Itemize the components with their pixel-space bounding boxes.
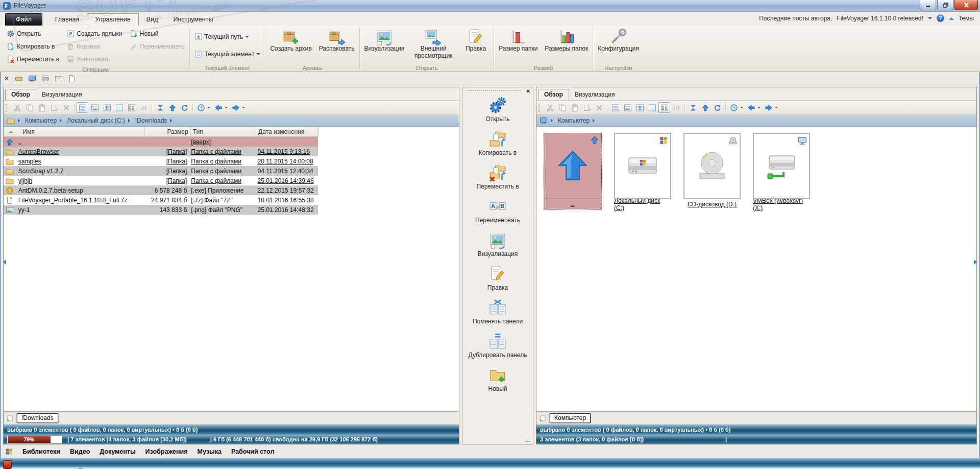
taskbar-app-icon[interactable] bbox=[3, 460, 12, 469]
column-header[interactable] bbox=[4, 127, 20, 136]
toolbar-grip[interactable] bbox=[467, 90, 521, 91]
ribbon-tab-file[interactable]: Файл bbox=[5, 13, 42, 26]
chevron-down-icon[interactable] bbox=[225, 107, 228, 110]
panel-tab[interactable]: Визуализация bbox=[36, 89, 88, 100]
breadcrumb-item[interactable]: Компьютер bbox=[25, 117, 57, 124]
middle-action-button[interactable]: Копировать в bbox=[464, 130, 531, 156]
file-date: 25.01.2016 14:39:46 bbox=[255, 177, 318, 184]
panel-tab[interactable]: Обзор bbox=[538, 89, 569, 100]
ribbon-big-button[interactable]: Правка bbox=[460, 27, 492, 60]
middle-action-button[interactable]: ABПереименовать bbox=[464, 198, 531, 224]
toolbar-grip[interactable] bbox=[6, 104, 9, 112]
latest-post-link[interactable]: FileVoyager 16.1.10.0 released! bbox=[837, 15, 923, 22]
table-row[interactable]: samples[Папка]Папка с файлами20.11.2015 … bbox=[4, 156, 318, 166]
drive-tile[interactable]: Локальный диск (C:) bbox=[614, 133, 671, 209]
ribbon-button[interactable]: Открыть bbox=[4, 27, 62, 40]
chevron-down-icon[interactable] bbox=[775, 107, 778, 110]
panel-tab[interactable]: Обзор bbox=[5, 89, 36, 100]
forward-icon bbox=[765, 104, 773, 112]
breadcrumb-item[interactable]: Локальный диск (C:) bbox=[67, 117, 125, 124]
ribbon-button[interactable]: Переместить в bbox=[4, 53, 62, 65]
ribbon-tab-manage[interactable]: Управление bbox=[87, 13, 139, 26]
ribbon-tab-home[interactable]: Главная bbox=[47, 14, 87, 26]
newtab-icon[interactable] bbox=[6, 414, 14, 423]
collapse-right-splitter-icon[interactable] bbox=[974, 260, 979, 265]
column-header-size[interactable]: Размер bbox=[145, 127, 190, 136]
table-row[interactable]: yy-1143 833 б[.png] Файл "PNG"25.01.2016… bbox=[4, 205, 318, 215]
middle-action-button[interactable]: Новый bbox=[464, 366, 531, 392]
view-list-icon bbox=[648, 104, 656, 112]
table-row[interactable]: AntDM.0.2.7.beta-setup6 578 248 б[.exe] … bbox=[4, 185, 318, 195]
table-row[interactable]: FileVoyager_Portable_16.1.10.0_Full.7z24… bbox=[4, 195, 318, 205]
middle-action-button[interactable]: Дублировать панель bbox=[464, 333, 531, 359]
breadcrumb-item[interactable]: !Downloads bbox=[135, 117, 167, 124]
ribbon-big-button[interactable]: Распаковать bbox=[316, 27, 357, 53]
minimize-button[interactable] bbox=[920, 0, 936, 10]
collapse-ribbon-icon[interactable] bbox=[949, 15, 954, 20]
ribbon-button[interactable]: Корзина bbox=[64, 40, 125, 53]
drive-tile[interactable]: .. bbox=[544, 133, 602, 209]
ribbon-button[interactable]: Переименовать bbox=[127, 40, 187, 53]
middle-action-button[interactable]: Визуализация bbox=[464, 231, 531, 257]
middle-action-button[interactable]: Поменять панели bbox=[464, 299, 531, 325]
favorites-link[interactable]: Библиотеки bbox=[22, 448, 60, 455]
column-header-name[interactable]: Имя bbox=[20, 127, 145, 136]
column-header-type[interactable]: Тип bbox=[191, 127, 256, 136]
ribbon-dropdown-button[interactable]: Текущий путь bbox=[192, 30, 263, 43]
toolbar-grip[interactable] bbox=[538, 104, 542, 112]
middle-action-button[interactable]: Правка bbox=[464, 265, 531, 291]
breadcrumb-item[interactable]: Компьютер bbox=[558, 117, 590, 124]
left-panel-location-tab[interactable]: !Downloads bbox=[17, 413, 58, 423]
favorites-link[interactable]: Документы bbox=[100, 448, 135, 455]
middle-action-button[interactable]: Переместить в bbox=[464, 164, 531, 190]
chevron-down-icon[interactable] bbox=[757, 107, 761, 110]
ribbon-button[interactable]: Создать ярлыки bbox=[64, 27, 125, 40]
maximize-button[interactable] bbox=[937, 0, 953, 10]
qmail-icon[interactable] bbox=[55, 75, 63, 83]
table-row[interactable]: yjjhjh[Папка]Папка с файлами25.01.2016 1… bbox=[4, 176, 318, 185]
chevron-down-icon[interactable] bbox=[928, 17, 932, 21]
ribbon-button[interactable]: Уничтожить bbox=[64, 53, 125, 65]
newtab-icon[interactable] bbox=[539, 414, 547, 423]
ribbon-big-button[interactable]: Конфигурация bbox=[595, 27, 642, 53]
column-header-date[interactable]: Дата изменения bbox=[256, 127, 318, 136]
ribbon-dropdown-button[interactable]: Текущий элемент bbox=[192, 48, 263, 60]
drive-tile[interactable]: CD-дисковод (D:) bbox=[683, 133, 741, 209]
qprinter-icon[interactable] bbox=[41, 75, 50, 83]
chevron-down-icon[interactable] bbox=[207, 107, 210, 110]
ribbon-tab-tools[interactable]: Инструменты bbox=[165, 14, 220, 26]
ribbon-big-button[interactable]: Размеры папок bbox=[542, 27, 591, 53]
close-quickbar-icon[interactable]: ✕ bbox=[5, 76, 9, 81]
ribbon-big-button[interactable]: Создать архив bbox=[267, 27, 314, 53]
chevron-down-icon[interactable] bbox=[740, 107, 743, 110]
table-row[interactable]: AuroraBrowser[Папка]Папка с файлами04.11… bbox=[4, 147, 318, 156]
collapse-left-splitter-icon[interactable] bbox=[1, 260, 6, 265]
table-row[interactable]: ..[вверх] bbox=[4, 137, 318, 147]
middle-action-button[interactable]: Открыть bbox=[464, 97, 531, 123]
more-items-icon[interactable]: ⌄⌄ bbox=[525, 438, 530, 443]
qdisplay-icon[interactable] bbox=[28, 75, 36, 83]
ribbon-button[interactable]: Копировать в bbox=[4, 40, 62, 53]
right-panel-location-tab[interactable]: Компьютер bbox=[550, 413, 591, 423]
themes-link[interactable]: Темы bbox=[959, 15, 974, 22]
chevron-down-icon[interactable] bbox=[242, 107, 245, 110]
drive-tile[interactable]: VMBox (\\vboxsvr) (X:) bbox=[753, 133, 810, 209]
help-icon[interactable]: ? bbox=[937, 14, 944, 22]
favorites-link[interactable]: Изображения bbox=[145, 448, 188, 455]
file-type: Папка с файлами bbox=[189, 168, 255, 175]
favorites-link[interactable]: Рабочий стол bbox=[231, 448, 274, 455]
ribbon-big-button[interactable]: Визуализация bbox=[362, 27, 407, 60]
close-toolbar-icon[interactable]: ✕ bbox=[526, 88, 530, 94]
ribbon-tab-view[interactable]: Вид bbox=[139, 14, 166, 26]
panel-tab[interactable]: Визуализация bbox=[569, 89, 621, 100]
quick-access-bar: ✕ bbox=[0, 72, 980, 85]
qdoc-icon[interactable] bbox=[68, 75, 76, 83]
close-button[interactable] bbox=[954, 0, 978, 10]
table-row[interactable]: ScrnSnap v1.2.7[Папка]Папка с файлами04.… bbox=[4, 166, 318, 176]
favorites-link[interactable]: Музыка bbox=[198, 448, 222, 455]
ribbon-big-button[interactable]: Внешний просмотрщик bbox=[409, 27, 458, 60]
ribbon-button[interactable]: Новый bbox=[127, 27, 187, 40]
ribbon-big-button[interactable]: Размер папки bbox=[496, 27, 540, 53]
favorites-link[interactable]: Видео bbox=[70, 448, 90, 455]
qdrive-icon[interactable] bbox=[15, 75, 23, 83]
